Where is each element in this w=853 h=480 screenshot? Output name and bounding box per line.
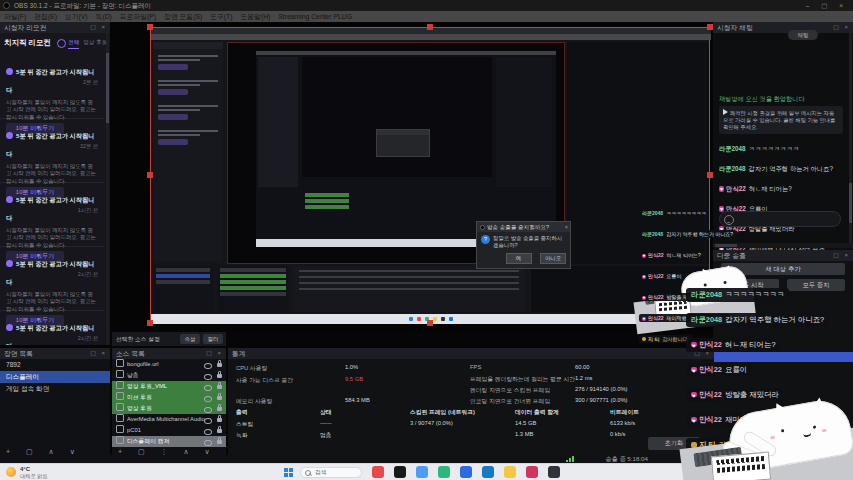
source-item[interactable]: AverMedia Multichannel Audio <box>112 414 226 425</box>
chat-text: ㅋㅋㅋㅋㅋㅋㅋㅋ <box>725 290 784 299</box>
source-settings-label: 선택한 소스 설정 <box>116 336 160 342</box>
filters-button[interactable]: 필터 <box>203 334 223 344</box>
menu-item[interactable]: 독(D) <box>92 11 116 22</box>
selection-handle[interactable] <box>707 172 713 178</box>
scene-item[interactable]: 디스플레이 <box>0 371 110 383</box>
dock-float-close-icons[interactable]: ▢ × <box>206 348 223 359</box>
properties-button[interactable]: 속성 <box>180 334 200 344</box>
browser-source-icon <box>116 403 124 411</box>
remote-tab[interactable]: 전체 <box>68 39 79 49</box>
lock-icon[interactable] <box>217 429 222 433</box>
nested-recursion-screen <box>256 51 556 247</box>
lock-icon[interactable] <box>217 396 222 400</box>
ad-card-time: 2분 전 <box>83 79 98 86</box>
lock-icon[interactable] <box>217 418 222 422</box>
menu-item[interactable]: 보기(V) <box>61 11 92 22</box>
selection-handle[interactable] <box>707 24 713 30</box>
scrollbar[interactable] <box>106 33 109 345</box>
lock-icon[interactable] <box>217 363 222 367</box>
chat-message: ♥라쿤2048ㅋㅋㅋㅋㅋㅋㅋㅋ <box>719 137 847 155</box>
dock-header[interactable]: 시청자 리모컨 ▢ × <box>0 22 110 33</box>
dialog-titlebar[interactable]: 방송 송출을 중지할까요? × <box>477 222 570 232</box>
remote-tab[interactable]: 영상 후원 <box>83 39 107 49</box>
nested-dialog <box>376 129 430 157</box>
scene-item[interactable]: 게임 접속 화면 <box>0 383 110 395</box>
chat-text: 방탈출 재밌더라 <box>725 390 779 399</box>
lock-icon[interactable] <box>217 407 222 411</box>
selection-handle[interactable] <box>147 172 153 178</box>
dock-float-close-icons[interactable]: ▢ × <box>833 250 850 261</box>
close-icon[interactable]: × <box>565 222 568 232</box>
stats-body: CPU 사용량1.0%사용 가능 디스크 공간9.5 GB메모리 사용량584.… <box>228 360 714 455</box>
chat-text: 혀ㄴ재 티어는? <box>667 252 701 258</box>
source-item[interactable]: pC01 <box>112 425 226 436</box>
stat-value: 1.0% <box>345 364 358 370</box>
visibility-eye-icon[interactable] <box>204 396 212 402</box>
scene-list: 7892디스플레이게임 접속 화면 <box>0 359 110 395</box>
source-item[interactable]: 영상 후원 <box>112 403 226 414</box>
lock-icon[interactable] <box>217 374 222 378</box>
menu-item[interactable]: 파일(F) <box>0 11 30 22</box>
chat-message: ♥라쿤2048ㅋㅋㅋㅋㅋㅋㅋㅋ <box>639 201 751 219</box>
screen-capture-preview[interactable]: ♥라쿤2048ㅋㅋㅋㅋㅋㅋㅋㅋ ♥라쿤2048갑자기 역주행 하는거 아니죠? … <box>150 27 710 323</box>
stat-label: FPS <box>470 364 481 370</box>
taskbar-app-icon[interactable] <box>482 466 494 478</box>
start-button[interactable] <box>284 468 293 477</box>
scene-item[interactable]: 7892 <box>0 359 110 371</box>
chat-pill-button[interactable]: 채팅 <box>788 30 818 40</box>
taskbar-app-icon[interactable] <box>548 466 560 478</box>
dock-float-close-icons[interactable]: ▢ × <box>90 22 107 33</box>
dock-header[interactable]: 장면 목록 ▢ × <box>0 348 110 359</box>
selection-handle[interactable] <box>147 24 153 30</box>
dock-header[interactable]: 통계 ▢ × <box>228 348 714 359</box>
source-item[interactable]: 미션 후원 <box>112 392 226 403</box>
menu-item[interactable]: 프로파일(P) <box>116 11 160 22</box>
selection-handle[interactable] <box>427 24 433 30</box>
taskbar-app-icon[interactable] <box>504 466 516 478</box>
dock-header[interactable]: 소스 목록 ▢ × <box>112 348 226 359</box>
lock-icon[interactable] <box>217 440 222 444</box>
source-item[interactable]: 냥춤 <box>112 370 226 381</box>
visibility-eye-icon[interactable] <box>204 374 212 380</box>
visibility-eye-icon[interactable] <box>204 429 212 435</box>
visibility-eye-icon[interactable] <box>204 385 212 391</box>
ad-card-title: 5분 뒤 중간 광고가 시작됩니다 <box>6 68 94 93</box>
source-item[interactable]: bongofile.url <box>112 359 226 370</box>
source-item[interactable]: 영상 후원_VML <box>112 381 226 392</box>
taskbar-app-icon[interactable] <box>416 466 428 478</box>
no-button[interactable]: 아니오 <box>540 253 566 264</box>
lock-icon[interactable] <box>217 385 222 389</box>
taskbar-app-icon[interactable] <box>438 466 450 478</box>
chat-message: ♥만식22혀ㄴ재 티어는? <box>719 177 847 195</box>
menu-item[interactable]: 장면 모음(S) <box>160 11 206 22</box>
menu-item[interactable]: 도구(T) <box>206 11 236 22</box>
taskbar-app-icon[interactable] <box>394 466 406 478</box>
taskbar-app-icon[interactable] <box>526 466 538 478</box>
dock-float-close-icons[interactable]: ▢ × <box>833 22 850 33</box>
chat-message: ♥라쿤2048갑자기 역주행 하는거 아니죠? <box>719 157 847 175</box>
selection-handle[interactable] <box>147 320 153 326</box>
dock-float-close-icons[interactable]: ▢ × <box>90 348 107 359</box>
yes-button[interactable]: 예 <box>506 253 532 264</box>
dock-title: 통계 <box>232 350 246 357</box>
dock-header[interactable]: 시청자 채팅 ▢ × <box>713 22 853 33</box>
remote-panel-title: 치지직 리모컨 <box>4 38 51 48</box>
ad-card-time: 32분 전 <box>80 143 98 150</box>
visibility-eye-icon[interactable] <box>204 363 212 369</box>
selection-handle[interactable] <box>427 320 433 326</box>
vertical-scrollbar[interactable] <box>849 33 852 243</box>
taskbar-app-icon[interactable] <box>372 466 384 478</box>
visibility-eye-icon[interactable] <box>204 407 212 413</box>
sources-dock: 소스 목록 ▢ × bongofile.url 냥춤 영상 후원_VML 미션 … <box>112 348 226 458</box>
menu-item[interactable]: 도움말(H) <box>237 11 275 22</box>
source-item[interactable]: 디스플레이 캡쳐 <box>112 436 226 447</box>
taskbar-app-icon[interactable] <box>460 466 472 478</box>
search-input[interactable]: 검색 <box>300 467 362 478</box>
visibility-eye-icon[interactable] <box>204 418 212 424</box>
menu-item[interactable]: Streaming Center PLUG <box>274 11 356 22</box>
window-controls[interactable]: – ▢ × <box>806 0 848 11</box>
chat-name: 만식22 <box>699 365 722 374</box>
camera-source-icon <box>116 425 124 433</box>
visibility-eye-icon[interactable] <box>204 440 212 446</box>
menu-item[interactable]: 편집(E) <box>30 11 61 22</box>
